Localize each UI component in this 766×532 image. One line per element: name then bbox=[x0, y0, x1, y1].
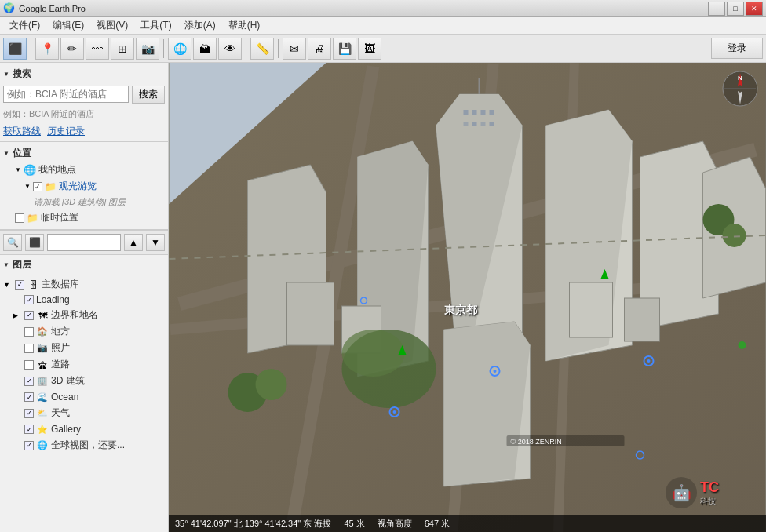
svg-rect-14 bbox=[472, 122, 477, 126]
layer-text-1: Loading bbox=[36, 294, 70, 305]
coordinates-display: 35° 41'42.097" 北 139° 41'42.34" 东 海拔 bbox=[175, 518, 331, 530]
svg-rect-15 bbox=[481, 122, 486, 126]
layers-header[interactable]: ▼ 图层 bbox=[0, 255, 168, 275]
route-link[interactable]: 获取路线 bbox=[3, 125, 41, 138]
layer-icon-10: 🌐 bbox=[36, 439, 49, 452]
layer-text-5: 道路 bbox=[51, 358, 70, 371]
temp-locations-checkbox[interactable] bbox=[15, 213, 24, 223]
toolbar-save[interactable]: 💾 bbox=[333, 38, 356, 60]
watermark-area: 🤖 TC 科技 bbox=[666, 477, 719, 508]
loading-note-label: 请加载 [3D 建筑物] 图层 bbox=[34, 196, 126, 208]
altitude-display: 45 米 bbox=[344, 518, 364, 530]
layer-text-0: 主数据库 bbox=[42, 278, 79, 291]
search-header[interactable]: ▼ 搜索 bbox=[3, 66, 165, 82]
svg-point-48 bbox=[393, 410, 396, 414]
layer-borders[interactable]: ▶ 🗺 边界和地名 bbox=[3, 307, 165, 323]
tourist-checkbox[interactable] bbox=[33, 182, 42, 191]
layer-3d-buildings[interactable]: 🏢 3D 建筑 bbox=[3, 373, 165, 389]
city-svg: © 2018 ZENRIN 東京都 bbox=[169, 63, 766, 532]
panel-search-btn[interactable]: 🔍 bbox=[3, 234, 22, 251]
layer-expand-2[interactable]: ▶ bbox=[13, 312, 22, 319]
toolbar-email[interactable]: ✉ bbox=[283, 38, 306, 60]
layer-global-view[interactable]: 🌐 全球视图，还要... bbox=[3, 437, 165, 454]
layer-cb-9[interactable] bbox=[24, 425, 34, 434]
separator-2 bbox=[163, 39, 164, 58]
toolbar-placemark[interactable]: 📍 bbox=[35, 38, 59, 60]
layer-expand-0[interactable]: ▼ bbox=[3, 281, 13, 289]
menu-help[interactable]: 帮助(H) bbox=[222, 17, 267, 34]
layer-cb-7[interactable] bbox=[24, 392, 34, 402]
layer-cb-8[interactable] bbox=[24, 409, 34, 418]
temp-locations-item[interactable]: 📁 临时位置 bbox=[3, 210, 165, 226]
menu-file[interactable]: 文件(F) bbox=[3, 17, 46, 34]
map-area[interactable]: © 2018 ZENRIN 東京都 bbox=[169, 63, 766, 532]
layer-main-db[interactable]: ▼ 🗄 主数据库 bbox=[3, 276, 165, 293]
layer-gallery[interactable]: ⭐ Gallery bbox=[3, 421, 165, 437]
layer-text-6: 3D 建筑 bbox=[51, 374, 85, 388]
my-places-item[interactable]: ▼ 🌐 我的地点 bbox=[3, 162, 165, 178]
svg-text:東京都: 東京都 bbox=[444, 304, 478, 316]
layer-cb-1[interactable] bbox=[24, 295, 34, 304]
layer-cb-6[interactable] bbox=[24, 377, 34, 386]
toolbar-path[interactable]: 〰 bbox=[86, 38, 109, 60]
menu-edit[interactable]: 编辑(E) bbox=[46, 17, 90, 34]
layer-weather[interactable]: ⛅ 天气 bbox=[3, 405, 165, 421]
separator-1 bbox=[31, 39, 31, 58]
close-button[interactable]: ✕ bbox=[746, 2, 763, 16]
app-icon: 🌍 bbox=[3, 2, 16, 15]
svg-text:N: N bbox=[738, 75, 742, 82]
layer-cb-0[interactable] bbox=[15, 280, 24, 290]
svg-rect-29 bbox=[570, 282, 613, 337]
layer-cb-4[interactable] bbox=[24, 344, 34, 353]
toolbar-image[interactable]: 🖼 bbox=[358, 38, 381, 60]
toolbar-map-view[interactable]: ⬛ bbox=[3, 38, 27, 60]
layer-icon-2: 🗺 bbox=[36, 309, 49, 322]
tourist-item[interactable]: ▼ 📁 观光游览 bbox=[3, 178, 165, 195]
toolbar-eye[interactable]: 👁 bbox=[218, 38, 242, 60]
search-input[interactable] bbox=[3, 86, 129, 103]
compass[interactable]: N bbox=[720, 69, 760, 108]
layer-icon-9: ⭐ bbox=[36, 423, 49, 435]
layer-icon-5: 🛣 bbox=[36, 359, 49, 371]
toolbar-print[interactable]: 🖨 bbox=[308, 38, 331, 60]
layer-cb-10[interactable] bbox=[24, 441, 34, 450]
layer-icon-0: 🗄 bbox=[27, 279, 39, 291]
maximize-button[interactable]: □ bbox=[727, 2, 744, 16]
menu-tools[interactable]: 工具(T) bbox=[134, 17, 177, 34]
toolbar-photo[interactable]: 📷 bbox=[136, 38, 159, 60]
layer-photos[interactable]: 📷 照片 bbox=[3, 340, 165, 356]
temp-locations-label: 临时位置 bbox=[41, 211, 78, 224]
layer-roads[interactable]: 🛣 道路 bbox=[3, 356, 165, 373]
app-title: Google Earth Pro bbox=[19, 4, 708, 13]
minimize-button[interactable]: ─ bbox=[708, 2, 725, 16]
layer-loading[interactable]: Loading bbox=[3, 293, 165, 307]
toolbar-polygon[interactable]: ✏ bbox=[60, 38, 84, 60]
panel-view-btn[interactable]: ⬛ bbox=[25, 234, 44, 251]
login-button[interactable]: 登录 bbox=[711, 38, 763, 59]
layer-ocean[interactable]: 🌊 Ocean bbox=[3, 389, 165, 405]
panel-up-btn[interactable]: ▲ bbox=[124, 234, 143, 251]
toolbar-ruler[interactable]: 📏 bbox=[250, 38, 274, 60]
search-button[interactable]: 搜索 bbox=[132, 86, 165, 104]
menu-view[interactable]: 视图(V) bbox=[90, 17, 134, 34]
toolbar-folder[interactable]: 🌐 bbox=[168, 38, 192, 60]
layer-cb-2[interactable] bbox=[24, 311, 34, 320]
toolbar-terrain[interactable]: 🏔 bbox=[193, 38, 217, 60]
layer-cb-3[interactable] bbox=[24, 327, 34, 337]
location-header[interactable]: ▼ 位置 bbox=[3, 145, 165, 162]
layer-text-10: 全球视图，还要... bbox=[51, 439, 125, 452]
layer-cb-5[interactable] bbox=[24, 360, 34, 370]
menu-add[interactable]: 添加(A) bbox=[178, 17, 222, 34]
layer-places[interactable]: 🏠 地方 bbox=[3, 323, 165, 340]
svg-rect-27 bbox=[287, 282, 334, 345]
svg-point-36 bbox=[723, 224, 746, 247]
panel-down-btn[interactable]: ▼ bbox=[146, 234, 165, 251]
history-link[interactable]: 历史记录 bbox=[47, 125, 85, 138]
title-bar: 🌍 Google Earth Pro ─ □ ✕ bbox=[0, 0, 766, 17]
watermark-text: TC 科技 bbox=[700, 479, 719, 507]
toolbar-overlay[interactable]: ⊞ bbox=[111, 38, 134, 60]
search-hint: 例如：BCIA 附近的酒店 bbox=[3, 107, 165, 122]
layer-text-3: 地方 bbox=[51, 325, 70, 338]
toolbar: ⬛ 📍 ✏ 〰 ⊞ 📷 🌐 🏔 👁 📏 ✉ 🖨 💾 🖼 登录 bbox=[0, 35, 766, 63]
svg-text:© 2018 ZENRIN: © 2018 ZENRIN bbox=[511, 438, 562, 446]
